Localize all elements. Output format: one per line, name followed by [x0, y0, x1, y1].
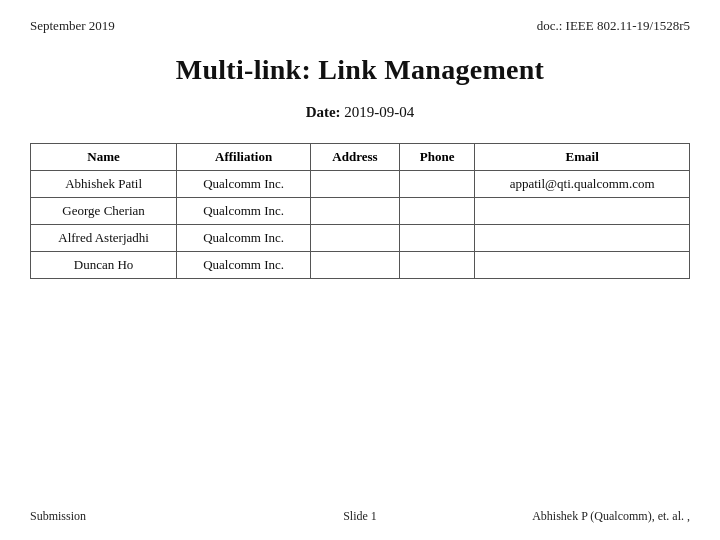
cell-affiliation: Qualcomm Inc. — [177, 252, 311, 279]
footer-row: Submission Slide 1 Abhishek P (Qualcomm)… — [30, 509, 690, 524]
cell-name: Abhishek Patil — [31, 171, 177, 198]
date-value: 2019-09-04 — [344, 104, 414, 120]
footer-submission: Submission — [30, 509, 86, 524]
authors-table: Name Affiliation Address Phone Email Abh… — [30, 143, 690, 279]
cell-phone — [399, 198, 474, 225]
table-header-row: Name Affiliation Address Phone Email — [31, 144, 690, 171]
table-row: Duncan HoQualcomm Inc. — [31, 252, 690, 279]
col-name: Name — [31, 144, 177, 171]
cell-affiliation: Qualcomm Inc. — [177, 171, 311, 198]
cell-email — [475, 252, 690, 279]
cell-address — [311, 252, 400, 279]
cell-email — [475, 225, 690, 252]
col-email: Email — [475, 144, 690, 171]
cell-email: appatil@qti.qualcomm.com — [475, 171, 690, 198]
header-row: September 2019 doc.: IEEE 802.11-19/1528… — [30, 18, 690, 34]
table-row: George CherianQualcomm Inc. — [31, 198, 690, 225]
cell-phone — [399, 225, 474, 252]
cell-address — [311, 171, 400, 198]
footer-slide: Slide 1 — [343, 509, 377, 524]
cell-name: Alfred Asterjadhi — [31, 225, 177, 252]
cell-name: George Cherian — [31, 198, 177, 225]
cell-phone — [399, 252, 474, 279]
cell-address — [311, 225, 400, 252]
header-date: September 2019 — [30, 18, 115, 34]
col-address: Address — [311, 144, 400, 171]
col-phone: Phone — [399, 144, 474, 171]
cell-phone — [399, 171, 474, 198]
cell-affiliation: Qualcomm Inc. — [177, 198, 311, 225]
table-row: Abhishek PatilQualcomm Inc.appatil@qti.q… — [31, 171, 690, 198]
cell-name: Duncan Ho — [31, 252, 177, 279]
table-row: Alfred AsterjadhiQualcomm Inc. — [31, 225, 690, 252]
date-label: Date: — [306, 104, 341, 120]
header-doc: doc.: IEEE 802.11-19/1528r5 — [537, 18, 690, 34]
page: September 2019 doc.: IEEE 802.11-19/1528… — [0, 0, 720, 540]
col-affiliation: Affiliation — [177, 144, 311, 171]
date-line: Date: 2019-09-04 — [30, 104, 690, 121]
page-title: Multi-link: Link Management — [30, 54, 690, 86]
footer-author: Abhishek P (Qualcomm), et. al. , — [532, 509, 690, 524]
cell-address — [311, 198, 400, 225]
cell-affiliation: Qualcomm Inc. — [177, 225, 311, 252]
cell-email — [475, 198, 690, 225]
